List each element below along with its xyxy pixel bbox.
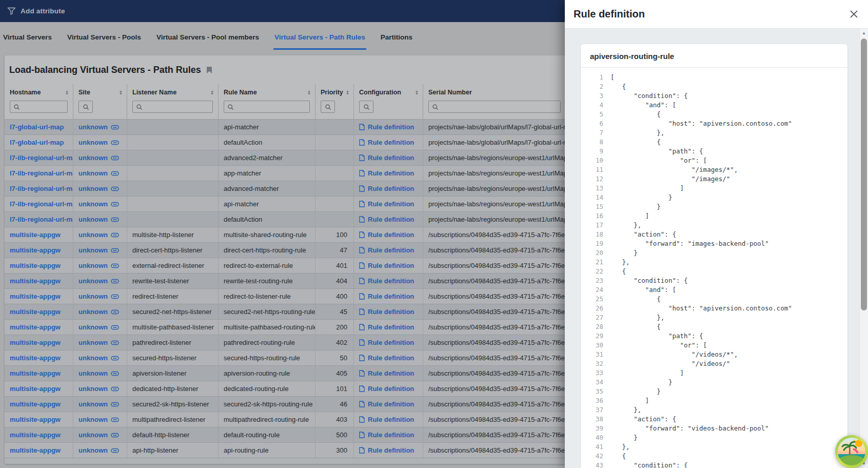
hostname-link[interactable]: l7-global-url-map [10, 139, 64, 146]
rule-definition-link[interactable]: Rule definition [359, 323, 414, 331]
sort-arrows-icon[interactable]: ▲▼ [119, 90, 123, 95]
hostname-link[interactable]: multisite-appgw [10, 416, 61, 423]
rule-definition-link[interactable]: Rule definition [359, 339, 414, 346]
priority-search-input[interactable] [321, 101, 335, 113]
hostname-link[interactable]: l7-ilb-regional-url-map [10, 185, 73, 192]
site-link[interactable]: unknown [78, 323, 119, 331]
site-link[interactable]: unknown [78, 385, 119, 393]
hostname-search-input[interactable] [10, 101, 68, 113]
site-link[interactable]: unknown [78, 246, 119, 254]
code-text: }, [610, 258, 630, 267]
site-link[interactable]: unknown [78, 139, 119, 146]
scroll-up-arrow-icon[interactable]: ▲ [860, 31, 868, 35]
hostname-link[interactable]: multisite-appgw [10, 231, 61, 239]
drawer-scrollbar[interactable]: ▲ ▼ [859, 29, 868, 468]
rule-definition-link[interactable]: Rule definition [359, 154, 414, 162]
rule-definition-link[interactable]: Rule definition [359, 169, 414, 177]
hostname-link[interactable]: multisite-appgw [10, 400, 61, 408]
site-link[interactable]: unknown [78, 123, 119, 131]
rule-definition-link[interactable]: Rule definition [359, 231, 414, 239]
rule-name-heading: apiversion-routing-rule [581, 44, 847, 68]
tab-virtual-servers-pools[interactable]: Virtual Servers - Pools [66, 33, 142, 50]
rule-definition-link[interactable]: Rule definition [359, 292, 414, 300]
hostname-link[interactable]: multisite-appgw [10, 431, 61, 439]
rule-definition-link[interactable]: Rule definition [359, 400, 414, 408]
bookmark-icon[interactable] [206, 66, 212, 74]
rule-name-value: multisite-shared-routing-rule [224, 231, 307, 239]
hostname-link[interactable]: l7-ilb-regional-url-map [10, 200, 73, 208]
tab-virtual-servers-pool-members[interactable]: Virtual Servers - Pool members [155, 33, 260, 50]
hostname-link[interactable]: multisite-appgw [10, 277, 61, 285]
rule-definition-link[interactable]: Rule definition [359, 123, 414, 131]
site-link[interactable]: unknown [78, 292, 119, 300]
site-link[interactable]: unknown [78, 154, 119, 162]
site-link[interactable]: unknown [78, 185, 119, 192]
site-link[interactable]: unknown [78, 431, 119, 439]
site-search-input[interactable] [78, 101, 93, 113]
rule-definition-link[interactable]: Rule definition [359, 246, 414, 254]
rule-definition-link[interactable]: Rule definition [359, 308, 414, 316]
add-attribute-button[interactable]: Add attribute [21, 7, 65, 15]
hostname-link[interactable]: multisite-appgw [10, 323, 61, 331]
hostname-link[interactable]: multisite-appgw [10, 292, 61, 300]
hostname-link[interactable]: multisite-appgw [10, 369, 61, 377]
site-link[interactable]: unknown [78, 216, 119, 223]
hostname-link[interactable]: multisite-appgw [10, 308, 61, 316]
tab-partitions[interactable]: Partitions [380, 33, 413, 50]
rule-name-search-input[interactable] [224, 101, 310, 113]
code-line: 39 "forward": "videos-backend-pool" [581, 424, 847, 433]
hostname-link[interactable]: multisite-appgw [10, 446, 61, 454]
code-line: 15 } [581, 202, 847, 211]
rule-definition-link[interactable]: Rule definition [359, 354, 414, 362]
listener-name-search-input[interactable] [132, 101, 213, 113]
hostname-link[interactable]: multisite-appgw [10, 262, 61, 269]
rule-definition-link[interactable]: Rule definition [359, 262, 414, 269]
hostname-link[interactable]: multisite-appgw [10, 339, 61, 346]
configuration-cell: Rule definition [354, 304, 423, 319]
configuration-search-input[interactable] [359, 101, 373, 113]
hostname-link[interactable]: l7-ilb-regional-url-map [10, 169, 73, 177]
rule-definition-link[interactable]: Rule definition [359, 446, 414, 454]
code-text: "condition": { [610, 91, 688, 101]
site-link[interactable]: unknown [78, 169, 119, 177]
site-link[interactable]: unknown [78, 354, 119, 362]
site-link[interactable]: unknown [78, 339, 119, 346]
site-link[interactable]: unknown [78, 231, 119, 239]
site-link[interactable]: unknown [78, 308, 119, 316]
rule-definition-link[interactable]: Rule definition [359, 385, 414, 393]
rule-definition-link[interactable]: Rule definition [359, 185, 414, 192]
tropical-island-icon[interactable] [835, 435, 868, 468]
sort-arrows-icon[interactable]: ▲▼ [210, 90, 214, 95]
scrollbar-thumb[interactable] [861, 38, 867, 310]
site-link[interactable]: unknown [78, 277, 119, 285]
rule-definition-link[interactable]: Rule definition [359, 431, 414, 439]
hostname-link[interactable]: multisite-appgw [10, 354, 61, 362]
tab-virtual-servers-path-rules[interactable]: Virtual Servers - Path Rules [273, 33, 366, 50]
close-icon[interactable] [846, 7, 861, 22]
sort-arrows-icon[interactable]: ▲▼ [346, 90, 349, 95]
sort-arrows-icon[interactable]: ▲▼ [65, 90, 69, 95]
rule-definition-link[interactable]: Rule definition [359, 216, 414, 223]
hostname-link[interactable]: l7-global-url-map [10, 123, 64, 131]
rule-definition-link[interactable]: Rule definition [359, 200, 414, 208]
site-link[interactable]: unknown [78, 400, 119, 408]
site-link[interactable]: unknown [78, 446, 119, 454]
site-link[interactable]: unknown [78, 262, 119, 269]
serial-number-search-input[interactable] [428, 101, 561, 113]
rule-definition-link[interactable]: Rule definition [359, 369, 414, 377]
site-link[interactable]: unknown [78, 369, 119, 377]
rule-definition-link[interactable]: Rule definition [359, 416, 414, 423]
site-link[interactable]: unknown [78, 200, 119, 208]
sort-arrows-icon[interactable]: ▲▼ [415, 90, 419, 95]
hostname-link[interactable]: multisite-appgw [10, 385, 61, 393]
hostname-link[interactable]: l7-ilb-regional-url-map [10, 216, 73, 223]
tab-virtual-servers[interactable]: Virtual Servers [2, 33, 53, 50]
rule-definition-link[interactable]: Rule definition [359, 277, 414, 285]
hostname-link[interactable]: multisite-appgw [10, 246, 61, 254]
rule-definition-link[interactable]: Rule definition [359, 139, 414, 146]
funnel-icon[interactable] [7, 7, 16, 15]
site-link[interactable]: unknown [78, 416, 119, 423]
hostname-link[interactable]: l7-ilb-regional-url-map [10, 154, 73, 162]
line-number: 7 [581, 128, 610, 138]
sort-arrows-icon[interactable]: ▲▼ [307, 90, 311, 95]
